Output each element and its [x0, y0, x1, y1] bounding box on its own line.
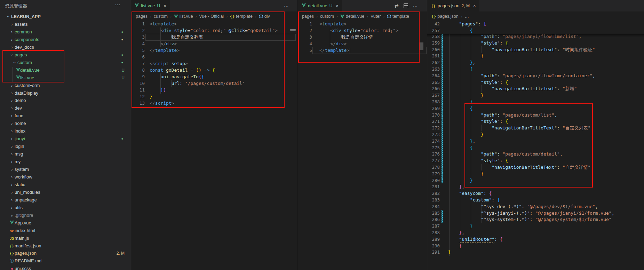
line-number: 282: [426, 190, 440, 197]
git-change-dot-icon: ●: [121, 51, 123, 59]
tree-item-uni_modules[interactable]: ›uni_modules: [0, 189, 131, 196]
breadcrumb-item-pages[interactable]: pages: [302, 14, 314, 19]
tree-item-workflow[interactable]: ›workflow: [0, 173, 131, 181]
code-line: },: [448, 59, 475, 66]
tree-item-customForm[interactable]: ›customForm: [0, 82, 131, 89]
chevron-right-icon: ›: [10, 127, 14, 135]
compare-changes-icon[interactable]: ⇄: [395, 3, 399, 8]
explorer-more-icon[interactable]: ⋯: [115, 1, 120, 8]
tree-item-demo[interactable]: ›demo: [0, 97, 131, 104]
tree-item-index[interactable]: ›index: [0, 127, 131, 135]
symbol-cube-icon: [259, 14, 263, 18]
breadcrumb-item-custom[interactable]: custom: [320, 14, 334, 19]
tree-item-.gitignore[interactable]: ◆.gitignore: [0, 212, 131, 219]
vue-logo-icon: [10, 221, 14, 224]
breadcrumb-item-pages[interactable]: pages: [136, 14, 148, 19]
breadcrumb-item-detail.vue[interactable]: detail.vue: [340, 14, 365, 19]
tree-item-utils[interactable]: ›utils: [0, 204, 131, 212]
tree-item-msg[interactable]: ›msg: [0, 150, 131, 158]
breadcrumb-item-template[interactable]: template: [387, 14, 409, 19]
tree-item-list.vue[interactable]: list.vueU: [0, 74, 131, 82]
tree-item-assets[interactable]: ›assets: [0, 21, 131, 28]
editor-pane-pages.json: {}pages.json2, M×{}pages.json›…258 "path…: [427, 0, 644, 270]
line-number: 4: [131, 40, 145, 47]
sticky-scroll[interactable]: 42 "pages": [257 {: [427, 20, 644, 34]
tree-item-App.vue[interactable]: App.vue: [0, 219, 131, 227]
tree-item-main.js[interactable]: JSmain.js: [0, 235, 131, 242]
split-editor-icon[interactable]: [404, 3, 408, 8]
tree-item-static[interactable]: ›static: [0, 181, 131, 189]
tree-item-LEARUN_APP[interactable]: ›LEARUN_APP: [0, 13, 131, 21]
line-number: 279: [426, 170, 440, 177]
tree-item-my[interactable]: ›my: [0, 158, 131, 166]
code-line: url: '/pages/custom/detail': [150, 80, 245, 87]
tree-item-custom[interactable]: ›custom●: [0, 59, 131, 66]
breadcrumb-separator-icon: ›: [367, 14, 368, 18]
json-braces-icon: {}: [230, 14, 234, 19]
breadcrumb-item-custom[interactable]: custom: [154, 14, 168, 19]
tree-item-home[interactable]: ›home: [0, 120, 131, 127]
breadcrumb-separator-icon: ›: [461, 14, 462, 18]
tab-close-icon[interactable]: ×: [336, 3, 339, 8]
tab-close-icon[interactable]: ×: [164, 3, 166, 8]
tree-item-dataDisplay[interactable]: ›dataDisplay: [0, 89, 131, 97]
line-number: 281: [426, 183, 440, 190]
pane-divider[interactable]: [297, 0, 298, 270]
breadcrumb-item-…[interactable]: …: [464, 14, 469, 19]
overview-ruler-cursor-mark[interactable]: [290, 29, 296, 31]
line-number: 283: [426, 197, 440, 203]
tab-close-icon[interactable]: ×: [473, 3, 476, 8]
tree-item-common[interactable]: ›common●: [0, 28, 131, 36]
tree-item-manifest.json[interactable]: {}manifest.json: [0, 242, 131, 250]
line-number: 259: [426, 40, 440, 46]
chevron-right-icon: ›: [10, 120, 14, 127]
line-number: 288: [426, 229, 440, 236]
tree-item-uni.scss[interactable]: ≈uni.scss: [0, 265, 131, 270]
more-icon[interactable]: ⋯: [284, 3, 289, 8]
line-number: 2: [298, 27, 312, 34]
tree-item-label: workflow: [15, 173, 32, 181]
line-number: 262: [426, 59, 440, 66]
code-line: "path": "pages/custom/list",: [448, 112, 557, 118]
tree-item-system[interactable]: ›system: [0, 166, 131, 173]
pane-divider[interactable]: [427, 0, 427, 270]
tree-item-login[interactable]: ›login: [0, 143, 131, 150]
code-line: "custom": {: [448, 197, 500, 203]
pane-divider[interactable]: [131, 0, 131, 270]
code-line: <template>: [150, 21, 177, 27]
code-line: }: [150, 93, 152, 100]
tab-bar: {}pages.json2, M×: [427, 0, 644, 11]
explorer-title: 资源管理器: [5, 3, 27, 9]
tree-item-detail.vue[interactable]: detail.vueU: [0, 66, 131, 74]
tree-item-jianyi[interactable]: ›jianyi●: [0, 135, 131, 143]
tree-item-README.md[interactable]: ⓘREADME.md: [0, 257, 131, 265]
breadcrumb-item-list.vue[interactable]: list.vue: [174, 14, 193, 19]
code-line: }: [448, 249, 451, 255]
tab-pages.json[interactable]: {}pages.json2, M×: [427, 0, 479, 11]
tree-item-index.html[interactable]: <>index.html: [0, 227, 131, 235]
code-line: "path": "pages/custom/detail",: [448, 151, 563, 157]
scrollbar-thumb[interactable]: [420, 42, 423, 50]
breadcrumb-item-div[interactable]: div: [259, 14, 270, 19]
text-cursor: [350, 48, 350, 54]
tab-list.vue[interactable]: list.vueU×: [131, 0, 170, 11]
code-line: ],: [448, 183, 464, 190]
tree-item-pages.json[interactable]: {}pages.json2, M: [0, 249, 131, 257]
tree-item-label: App.vue: [15, 219, 31, 227]
code-line: "path": "pages/jianyi/flowTime/container…: [448, 72, 595, 79]
git-modified-gutter-bar: [442, 33, 443, 183]
more-icon[interactable]: ⋯: [413, 3, 418, 8]
tab-detail.vue[interactable]: detail.vueU×: [298, 0, 342, 11]
tree-item-unpackage[interactable]: ›unpackage: [0, 196, 131, 204]
tree-item-dev_docs[interactable]: ›dev_docs: [0, 43, 131, 51]
tree-item-components[interactable]: ›components●: [0, 36, 131, 43]
breadcrumb-item-template[interactable]: {}template: [230, 14, 253, 19]
breadcrumb-item-Vuter[interactable]: Vuter: [371, 14, 381, 19]
tree-item-dev[interactable]: ›dev: [0, 104, 131, 112]
tree-item-pages[interactable]: ›pages●: [0, 51, 131, 59]
breadcrumb-item-Vue - Official[interactable]: Vue - Official: [199, 14, 224, 19]
chevron-right-icon: ›: [10, 166, 14, 173]
breadcrumb-item-pages.json[interactable]: {}pages.json: [431, 14, 459, 19]
vue-logo-icon: [340, 15, 344, 18]
tree-item-func[interactable]: ›func: [0, 112, 131, 120]
